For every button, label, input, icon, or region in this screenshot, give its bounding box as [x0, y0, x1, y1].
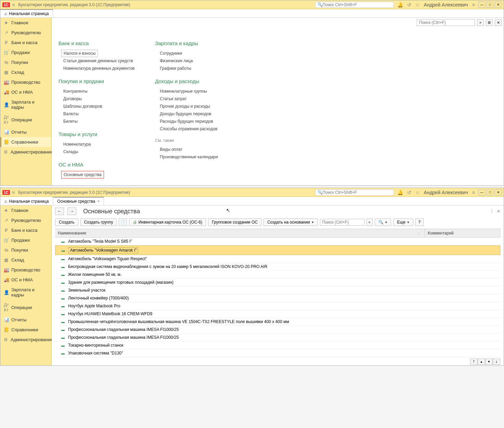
section-link[interactable]: Статьи движения денежных средств — [59, 57, 134, 65]
maximize-button[interactable]: □ — [487, 2, 493, 8]
section-link[interactable]: Способы отражения расходов — [155, 125, 218, 133]
sidebar-item-1[interactable]: ↗Руководителю — [0, 28, 51, 38]
section-link[interactable]: Номенклатурные группы — [155, 88, 218, 95]
sidebar-item-12[interactable]: ⚙Администрирование — [0, 147, 51, 157]
sidebar-item-11[interactable]: 📒Справочники — [0, 325, 51, 335]
sidebar-item-7[interactable]: 🚚ОС и НМА — [0, 87, 51, 97]
star-icon[interactable]: ☆ — [415, 190, 420, 195]
global-search[interactable]: 🔍 — [315, 2, 394, 8]
sidebar-item-9[interactable]: Дт КтОперации — [0, 112, 51, 127]
user-name[interactable]: Андрей Алексеевич — [424, 2, 468, 8]
section-link[interactable]: Графики работы — [155, 65, 218, 72]
pager-first-button[interactable]: ⤒ — [470, 359, 478, 365]
toolbar-search-input[interactable] — [320, 219, 364, 226]
content-search-input[interactable] — [417, 19, 475, 26]
table-row[interactable]: ▬Токарно-винторезный станок — [55, 342, 500, 349]
sidebar-item-1[interactable]: ↗Руководителю — [0, 215, 51, 225]
section-link[interactable]: Прочие доходы и расходы — [155, 103, 218, 110]
sidebar-item-9[interactable]: Дт КтОперации — [0, 300, 51, 315]
table-row[interactable]: ▬Профессиональная гладильная машина IMES… — [55, 334, 500, 342]
close-content-button[interactable]: ✕ — [495, 19, 502, 26]
section-link[interactable]: Номенклатура денежных документов — [59, 65, 134, 72]
table-row[interactable]: ▬Промышленная четырёхголовочная вышиваль… — [55, 318, 500, 326]
table-row[interactable]: ▬Жилое помещение 50 кв. м. — [55, 271, 500, 279]
sidebar-item-2[interactable]: ₽Банк и касса — [0, 38, 51, 48]
table-row[interactable]: ▬Упаковочная система "D130" — [55, 349, 500, 357]
inventory-card-button[interactable]: 🖨 Инвентарная карточка ОС (ОС-6) — [129, 218, 206, 226]
global-search-input[interactable] — [323, 2, 391, 7]
section-link[interactable]: Договоры — [59, 95, 134, 103]
sidebar-item-10[interactable]: 📊Отчеты — [0, 315, 51, 325]
bell-icon[interactable]: 🔔 — [397, 190, 403, 195]
section-link[interactable]: Доходы будущих периодов — [155, 110, 218, 118]
sidebar-item-12[interactable]: ⚙Администрирование — [0, 335, 51, 345]
group-create-button[interactable]: Групповое создание ОС — [208, 218, 261, 226]
tab-home[interactable]: ⌂ Начальная страница — [0, 9, 53, 17]
menu-icon[interactable]: ≡ — [12, 2, 15, 8]
pager-down-button[interactable]: ▼ — [485, 359, 493, 365]
settings-gear-button[interactable]: ⚙ — [486, 19, 493, 26]
kebab-icon[interactable]: ⋮ — [490, 209, 494, 214]
bell-icon[interactable]: 🔔 — [397, 2, 403, 8]
pager-last-button[interactable]: ⤓ — [493, 359, 500, 365]
sidebar-item-8[interactable]: 👤Зарплата и кадры — [0, 285, 51, 300]
column-name-header[interactable]: Наименование ↓ — [55, 229, 425, 237]
copy-button[interactable]: 📄 — [119, 218, 127, 226]
minimize-button[interactable]: — — [478, 189, 485, 196]
section-link[interactable]: Статьи затрат — [155, 95, 218, 103]
sidebar-item-3[interactable]: 🛒Продажи — [0, 235, 51, 245]
maximize-button[interactable]: □ — [487, 189, 493, 196]
tab-home-2[interactable]: ⌂ Начальная страница — [0, 197, 53, 205]
section-link[interactable]: Билеты — [59, 118, 134, 125]
sidebar-item-6[interactable]: 🏭Производство — [0, 77, 51, 87]
sidebar-item-2[interactable]: ₽Банк и касса — [0, 225, 51, 235]
settings-icon[interactable]: ≡ — [472, 2, 475, 8]
table-row[interactable]: ▬Автомобиль "Volkswagen Amarok I" — [55, 245, 500, 255]
settings-icon[interactable]: ≡ — [472, 190, 475, 195]
sidebar-item-10[interactable]: 📊Отчеты — [0, 127, 51, 137]
sidebar-item-7[interactable]: 🚚ОС и НМА — [0, 275, 51, 285]
section-link[interactable]: Налоги и взносы — [61, 50, 98, 57]
global-search-input[interactable] — [323, 190, 391, 195]
clear-search-button[interactable]: × — [477, 19, 484, 26]
menu-icon[interactable]: ≡ — [12, 190, 15, 195]
table-row[interactable]: ▬Здание для размещения торговых площадей… — [55, 279, 500, 286]
sidebar-item-6[interactable]: 🏭Производство — [0, 265, 51, 275]
sidebar-item-4[interactable]: 🛍Покупки — [0, 245, 51, 255]
section-link[interactable]: Валюты — [59, 110, 134, 118]
column-comment-header[interactable]: Комментарий — [425, 229, 500, 237]
close-button[interactable]: ✕ — [495, 189, 502, 196]
table-row[interactable]: ▬Автомобиль "Volkswagen Tiguan Respect" — [55, 255, 500, 263]
sidebar-item-5[interactable]: ▦Склад — [0, 67, 51, 77]
section-link[interactable]: Шаблоны договоров — [59, 103, 134, 110]
section-link[interactable]: Склады — [59, 148, 134, 156]
table-row[interactable]: ▬Земельный участок — [55, 286, 500, 294]
section-link[interactable]: Контрагенты — [59, 88, 134, 95]
search-dropdown-button[interactable]: 🔍 ▼ — [375, 218, 391, 226]
history-icon[interactable]: ↺ — [407, 2, 411, 8]
star-icon[interactable]: ☆ — [415, 2, 420, 8]
close-page-icon[interactable]: ✕ — [497, 209, 500, 214]
section-link[interactable]: Физические лица — [155, 57, 218, 65]
table-row[interactable]: ▬Автомобиль "Tesla Model S S85 I" — [55, 238, 500, 245]
section-link[interactable]: Производственные календари — [155, 153, 218, 161]
section-link[interactable]: Расходы будущих периодов — [155, 118, 218, 125]
more-button[interactable]: Еще ▼ — [393, 218, 413, 226]
table-row[interactable]: ▬Ноутбук Apple Macbook Pro — [55, 302, 500, 310]
user-name[interactable]: Андрей Алексеевич — [424, 190, 468, 195]
table-row[interactable]: ▬Профессиональная гладильная машина IMES… — [55, 326, 500, 334]
sidebar-item-0[interactable]: ★Главное — [0, 205, 51, 215]
sidebar-item-3[interactable]: 🛒Продажи — [0, 48, 51, 57]
nav-back-button[interactable]: ← — [55, 208, 64, 215]
table-row[interactable]: ▬Беспроводная система видеонаблюдения с … — [55, 263, 500, 271]
close-tab-icon[interactable]: × — [97, 199, 100, 204]
sidebar-item-11[interactable]: 📒Справочники — [0, 137, 51, 147]
table-row[interactable]: ▬Ноутбук HUAWEI MateBook 16 CREM-WFD9 — [55, 310, 500, 318]
pager-up-button[interactable]: ▲ — [478, 359, 485, 365]
section-link[interactable]: Виды оплат — [155, 146, 218, 153]
section-link[interactable]: Основные средства — [61, 171, 104, 178]
create-group-button[interactable]: Создать группу — [80, 218, 117, 226]
global-search[interactable]: 🔍 — [315, 189, 394, 196]
clear-toolbar-search-button[interactable]: × — [366, 218, 373, 226]
sidebar-item-0[interactable]: ★Главное — [0, 18, 51, 28]
